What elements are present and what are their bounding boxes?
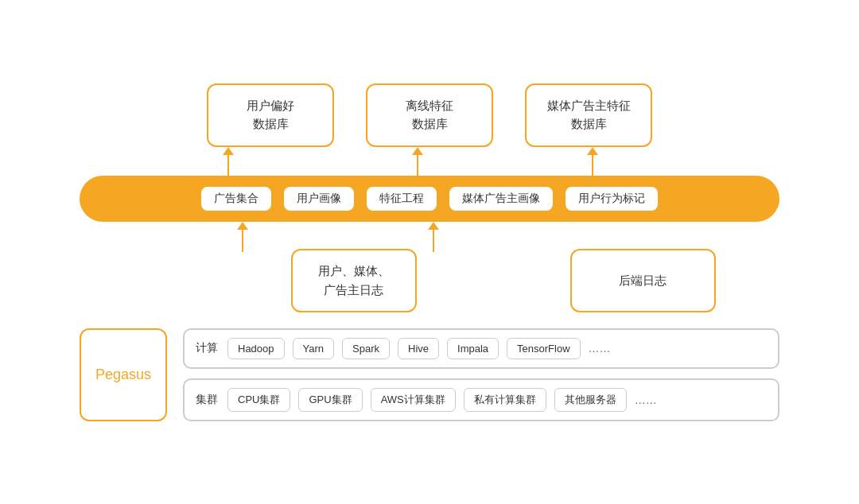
arrow-up-3 (587, 147, 598, 155)
arrow-line-3 (592, 155, 593, 177)
arrow-up-log-2 (428, 222, 439, 230)
arrow-up-1 (223, 147, 234, 155)
compute-spark: Spark (342, 338, 390, 359)
cluster-cpu: CPU集群 (227, 388, 290, 412)
cluster-gpu: GPU集群 (298, 388, 362, 412)
pegasus-box: Pegasus (80, 328, 167, 421)
compute-tensorflow: TensorFlow (507, 338, 580, 359)
compute-impala: Impala (447, 338, 499, 359)
cluster-aws: AWS计算集群 (371, 388, 456, 412)
arrow-line-log-2 (433, 230, 434, 252)
arrow-line-2 (417, 155, 418, 177)
cluster-private: 私有计算集群 (464, 388, 546, 412)
db-box-3: 媒体广告主特征数据库 (525, 83, 652, 147)
top-db-row: 用户偏好数据库 离线特征数据库 媒体广告主特征数据库 (207, 83, 652, 147)
bar-item-4: 媒体广告主画像 (449, 187, 553, 211)
right-panel: 计算 Hadoop Yarn Spark Hive Impala TensorF… (183, 328, 779, 421)
compute-hive: Hive (398, 338, 439, 359)
compute-yarn: Yarn (293, 338, 335, 359)
pegasus-label: Pegasus (95, 366, 151, 383)
compute-label: 计算 (196, 341, 220, 355)
architecture-diagram: 用户偏好数据库 离线特征数据库 媒体广告主特征数据库 (48, 83, 811, 421)
cluster-dots: …… (635, 394, 657, 406)
bottom-section: Pegasus 计算 Hadoop Yarn Spark Hive Impala… (80, 328, 779, 421)
db-box-2: 离线特征数据库 (366, 83, 493, 147)
cluster-label: 集群 (196, 393, 220, 407)
compute-row: 计算 Hadoop Yarn Spark Hive Impala TensorF… (183, 328, 779, 369)
db-box-1: 用户偏好数据库 (207, 83, 334, 147)
arrow-up-log-1 (237, 222, 248, 230)
log-box-2: 后端日志 (570, 249, 716, 312)
arrow-line-1 (227, 155, 229, 177)
arrow-line-log-1 (242, 230, 243, 252)
cluster-other: 其他服务器 (554, 388, 627, 412)
bar-item-1: 广告集合 (201, 187, 271, 211)
bar-item-5: 用户行为标记 (566, 187, 658, 211)
mid-log-row: 用户、媒体、广告主日志 后端日志 (80, 249, 779, 312)
bar-item-3: 特征工程 (367, 187, 437, 211)
bar-item-2: 用户画像 (284, 187, 354, 211)
orange-bar: 广告集合 用户画像 特征工程 媒体广告主画像 用户行为标记 (80, 176, 779, 222)
arrow-up-2 (412, 147, 423, 155)
cluster-row: 集群 CPU集群 GPU集群 AWS计算集群 私有计算集群 其他服务器 …… (183, 378, 779, 421)
log-box-1: 用户、媒体、广告主日志 (291, 249, 417, 312)
compute-dots: …… (589, 342, 611, 355)
compute-hadoop: Hadoop (227, 338, 285, 359)
